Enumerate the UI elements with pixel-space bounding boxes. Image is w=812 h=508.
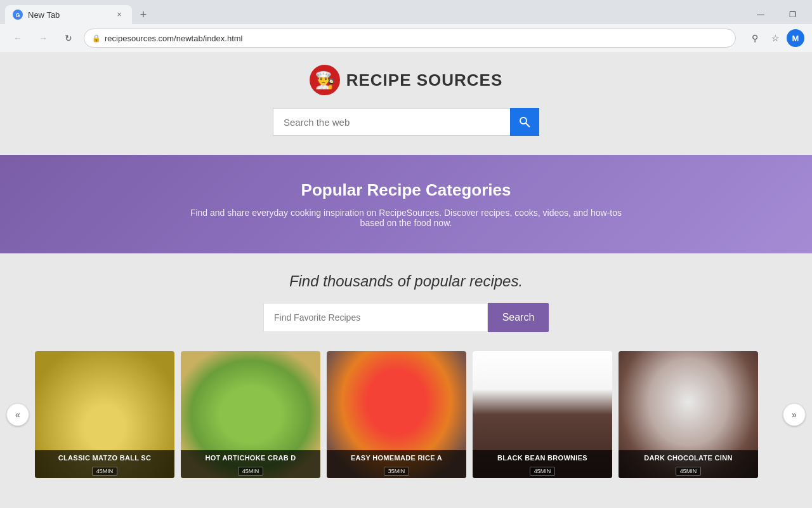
banner-title: Popular Recipe Categories [13,180,799,200]
top-search-bar [273,108,539,136]
title-bar: G New Tab × + — ❐ [0,0,812,24]
address-bar[interactable]: 🔒 recipesources.com/newtab/index.html [84,29,736,48]
toolbar-icons: ⚲ ☆ M [746,29,804,47]
bookmark-icon[interactable]: ☆ [766,29,784,47]
find-search-row: Search [263,303,549,332]
refresh-button[interactable]: ↻ [58,28,79,48]
card-overlay: EASY HOMEMADE RICE A 35MIN [327,450,466,478]
find-section: Find thousands of popular recipes. Searc… [0,253,812,345]
search-toolbar-icon[interactable]: ⚲ [746,29,764,47]
card-overlay: BLACK BEAN BROWNIES 45MIN [473,450,612,478]
chef-hat-icon: 👨‍🍳 [315,70,335,90]
forward-button[interactable]: → [33,28,53,48]
cards-container: CLASSIC MATZO BALL SC 45MIN HOT ARTICHOK… [0,351,812,478]
tab-title: New Tab [28,10,60,20]
card-time: 45MIN [238,467,264,476]
list-item[interactable]: DARK CHOCOLATE CINN 45MIN [619,351,758,478]
tab-favicon: G [13,10,23,20]
find-title: Find thousands of popular recipes. [289,272,523,290]
banner-subtitle: Find and share everyday cooking inspirat… [184,208,628,228]
card-time: 45MIN [676,467,702,476]
card-time: 45MIN [530,467,556,476]
card-title: BLACK BEAN BROWNIES [476,454,608,462]
top-search-button[interactable] [510,108,539,136]
search-icon [518,116,531,128]
carousel-next-button[interactable]: » [783,403,806,426]
browser-chrome: G New Tab × + — ❐ ← → ↻ 🔒 recipesources.… [0,0,812,52]
card-time: 35MIN [384,467,410,476]
list-item[interactable]: BLACK BEAN BROWNIES 45MIN [473,351,612,478]
svg-line-3 [526,123,530,127]
header-area: 👨‍🍳 RECIPE SOURCES [0,52,812,155]
svg-point-2 [520,117,527,124]
profile-button[interactable]: M [787,29,804,47]
top-search-input[interactable] [273,108,510,136]
new-tab-button[interactable]: + [134,6,152,23]
logo-text: RECIPE SOURCES [346,70,503,90]
minimize-button[interactable]: — [746,5,775,24]
list-item[interactable]: HOT ARTICHOKE CRAB D 45MIN [181,351,320,478]
card-title: HOT ARTICHOKE CRAB D [185,454,317,462]
lock-icon: 🔒 [92,34,101,43]
address-url: recipesources.com/newtab/index.html [105,34,728,43]
svg-text:G: G [15,12,20,18]
card-title: EASY HOMEMADE RICE A [331,454,462,462]
card-title: CLASSIC MATZO BALL SC [39,454,171,462]
card-title: DARK CHOCOLATE CINN [622,454,754,462]
find-search-input[interactable] [263,303,488,332]
maximize-button[interactable]: ❐ [778,5,807,24]
list-item[interactable]: CLASSIC MATZO BALL SC 45MIN [35,351,174,478]
card-overlay: CLASSIC MATZO BALL SC 45MIN [35,450,174,478]
window-controls: — ❐ [746,5,807,24]
purple-banner: Popular Recipe Categories Find and share… [0,155,812,253]
logo-icon: 👨‍🍳 [310,65,340,95]
recipes-carousel: « CLASSIC MATZO BALL SC 45MIN HOT ARTICH… [0,345,812,485]
carousel-prev-button[interactable]: « [6,403,29,426]
back-button[interactable]: ← [8,28,28,48]
logo-row: 👨‍🍳 RECIPE SOURCES [310,65,503,95]
card-overlay: HOT ARTICHOKE CRAB D 45MIN [181,450,320,478]
find-search-button[interactable]: Search [488,303,549,332]
page-content: 👨‍🍳 RECIPE SOURCES Popular Recipe Catego… [0,52,812,508]
card-overlay: DARK CHOCOLATE CINN 45MIN [619,450,758,478]
tab-close-button[interactable]: × [114,10,124,20]
browser-tab[interactable]: G New Tab × [5,5,132,24]
list-item[interactable]: EASY HOMEMADE RICE A 35MIN [327,351,466,478]
card-time: 45MIN [92,467,118,476]
address-bar-row: ← → ↻ 🔒 recipesources.com/newtab/index.h… [0,24,812,52]
